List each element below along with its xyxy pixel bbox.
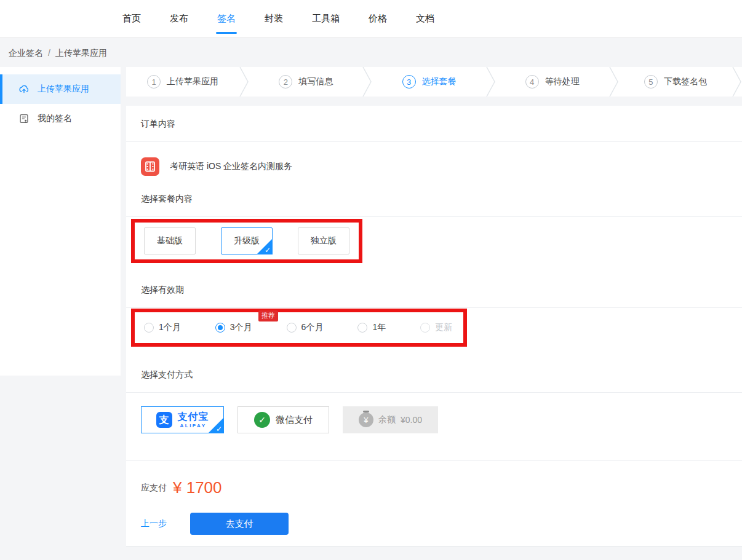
- money-bag-icon: ¥: [359, 412, 373, 427]
- package-option-standalone[interactable]: 独立版: [298, 227, 349, 254]
- validity-section-title: 选择有效期: [126, 272, 742, 308]
- step-1: 1 上传苹果应用: [126, 67, 239, 97]
- order-panel: 订单内容 考研英语 iOS 企业签名内测服务 选择套餐内容 基础版 升级版: [126, 106, 742, 546]
- step-4: 4 等待处理: [496, 67, 609, 97]
- validity-option-renew-disabled[interactable]: 更新: [420, 322, 452, 333]
- step-label: 上传苹果应用: [167, 76, 218, 87]
- step-number: 3: [402, 75, 416, 89]
- go-pay-button[interactable]: 去支付: [190, 513, 289, 535]
- amount-due-value: ¥ 1700: [173, 478, 222, 497]
- step-2: 2 填写信息: [249, 67, 362, 97]
- radio-icon: [357, 323, 367, 333]
- app-info-row: 考研英语 iOS 企业签名内测服务: [126, 142, 742, 181]
- package-option-upgrade-selected[interactable]: 升级版 ✓: [221, 227, 273, 254]
- breadcrumb: 企业签名/上传苹果应用: [0, 37, 742, 67]
- nav-toolbox[interactable]: 工具箱: [312, 9, 340, 28]
- step-number: 1: [147, 75, 161, 89]
- radio-label: 1年: [372, 322, 386, 333]
- package-option-basic[interactable]: 基础版: [144, 227, 196, 254]
- top-nav: 首页 发布 签名 封装 工具箱 价格 文档: [0, 0, 742, 37]
- step-label: 下载签名包: [664, 76, 707, 87]
- film-app-icon: [141, 157, 159, 176]
- step-number: 2: [279, 75, 292, 89]
- radio-icon: [420, 323, 430, 333]
- step-number: 5: [644, 75, 658, 89]
- breadcrumb-current: 上传苹果应用: [55, 48, 107, 58]
- nav-price[interactable]: 价格: [369, 9, 387, 28]
- package-option-label: 基础版: [157, 235, 183, 246]
- balance-label: 余额: [378, 414, 396, 425]
- sidebar-item-my-signatures[interactable]: 我的签名: [0, 104, 121, 133]
- nav-publish[interactable]: 发布: [170, 9, 188, 28]
- validity-option-1month[interactable]: 1个月: [144, 322, 181, 333]
- payment-wechat[interactable]: ✓ 微信支付: [237, 406, 329, 433]
- order-content-title: 订单内容: [126, 106, 742, 142]
- validity-row: 推荐 1个月 3个月 6个月: [126, 308, 742, 357]
- payment-alipay-selected[interactable]: 支 支付宝 ALIPAY ✓: [141, 406, 224, 433]
- step-5: 5 下载签名包: [619, 67, 732, 97]
- selected-check-icon: ✓: [216, 425, 222, 433]
- step-separator-chevron: [609, 67, 619, 97]
- alipay-logo-icon: 支: [156, 412, 172, 428]
- nav-docs[interactable]: 文档: [416, 9, 434, 28]
- payment-balance-disabled[interactable]: ¥ 余额 ¥0.00: [343, 406, 438, 433]
- cloud-upload-icon: [18, 84, 30, 95]
- my-signature-icon: [18, 113, 30, 124]
- validity-option-3months-selected[interactable]: 3个月: [215, 322, 252, 333]
- amount-due-label: 应支付: [141, 483, 167, 494]
- step-label: 填写信息: [298, 76, 333, 87]
- app-name: 考研英语 iOS 企业签名内测服务: [170, 161, 292, 172]
- previous-step-link[interactable]: 上一步: [141, 518, 167, 529]
- nav-sign[interactable]: 签名: [217, 9, 236, 28]
- validity-option-1year[interactable]: 1年: [357, 322, 386, 333]
- page: 首页 发布 签名 封装 工具箱 价格 文档 企业签名/上传苹果应用 上传苹果应用…: [0, 0, 742, 560]
- package-row: 基础版 升级版 ✓ 独立版: [126, 217, 742, 272]
- annotation-box-package: 基础版 升级版 ✓ 独立版: [131, 219, 362, 263]
- annotation-box-validity: 推荐 1个月 3个月 6个月: [131, 309, 467, 347]
- radio-label: 3个月: [230, 322, 252, 333]
- step-separator-chevron: [486, 67, 496, 97]
- recommended-badge: 推荐: [258, 310, 278, 321]
- sidebar-item-upload-app[interactable]: 上传苹果应用: [0, 74, 121, 104]
- step-3-active: 3 选择套餐: [372, 67, 485, 97]
- radio-label: 更新: [435, 322, 452, 333]
- breadcrumb-enterprise-sign[interactable]: 企业签名: [9, 48, 43, 58]
- radio-icon: [144, 323, 154, 333]
- alipay-wordmark: 支付宝 ALIPAY: [178, 412, 209, 428]
- steps-bar: 1 上传苹果应用 2 填写信息 3 选择套餐 4 等待处理: [126, 67, 742, 97]
- wechat-pay-icon: ✓: [254, 412, 270, 428]
- radio-icon: [287, 323, 297, 333]
- balance-amount: ¥0.00: [401, 415, 422, 425]
- payment-section-title: 选择支付方式: [126, 357, 742, 393]
- package-option-label: 独立版: [311, 235, 337, 246]
- actions-row: 上一步 去支付: [126, 497, 742, 546]
- step-label: 选择套餐: [422, 76, 457, 87]
- breadcrumb-separator: /: [48, 48, 50, 58]
- radio-icon: [215, 323, 225, 333]
- step-separator-chevron: [362, 67, 372, 97]
- step-separator-chevron: [732, 67, 742, 97]
- nav-home[interactable]: 首页: [122, 9, 141, 28]
- package-option-label: 升级版: [234, 235, 260, 246]
- package-section-title: 选择套餐内容: [126, 181, 742, 217]
- amount-due-row: 应支付 ¥ 1700: [126, 460, 742, 497]
- alipay-label: 支付宝: [178, 412, 209, 422]
- sidebar-item-label: 我的签名: [38, 113, 72, 124]
- wechat-label: 微信支付: [276, 414, 313, 426]
- selected-check-icon: ✓: [265, 246, 271, 254]
- step-number: 4: [525, 75, 539, 89]
- radio-label: 1个月: [159, 322, 181, 333]
- nav-package[interactable]: 封装: [265, 9, 283, 28]
- sidebar-item-label: 上传苹果应用: [38, 84, 89, 95]
- payment-methods-row: 支 支付宝 ALIPAY ✓ ✓ 微信支付 ¥ 余额: [126, 393, 742, 460]
- radio-label: 6个月: [301, 322, 324, 333]
- validity-option-6months[interactable]: 6个月: [287, 322, 324, 333]
- sidebar: 上传苹果应用 我的签名: [0, 67, 121, 376]
- alipay-sublabel: ALIPAY: [180, 424, 206, 428]
- step-separator-chevron: [239, 67, 249, 97]
- step-label: 等待处理: [545, 76, 580, 87]
